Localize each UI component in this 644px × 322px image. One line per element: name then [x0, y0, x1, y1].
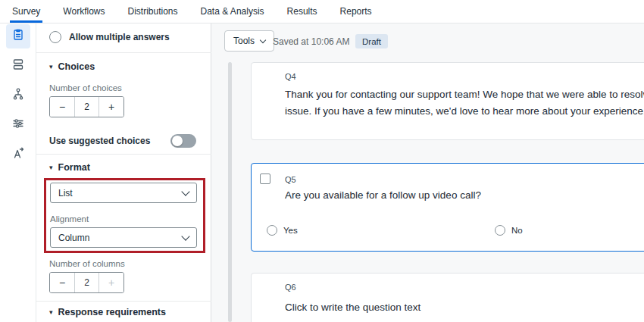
number-of-columns-label: Number of columns	[49, 259, 125, 268]
icon-rail	[0, 23, 36, 322]
translations-icon	[11, 146, 25, 163]
number-of-choices-label: Number of choices	[49, 83, 122, 92]
format-section-title: Format	[58, 162, 90, 173]
tools-button[interactable]: Tools	[224, 30, 274, 52]
question-id-label: Q4	[285, 72, 296, 81]
answer-option-no: No	[495, 225, 523, 236]
question-select-checkbox[interactable]	[260, 174, 270, 184]
chevron-down-icon	[181, 232, 189, 240]
increase-columns-button[interactable]: +	[99, 273, 123, 292]
radio-option-yes[interactable]	[267, 225, 277, 236]
tools-button-label: Tools	[233, 36, 255, 46]
tab-data-analysis[interactable]: Data & Analysis	[201, 0, 264, 23]
question-text[interactable]: Are you available for a follow up video …	[285, 189, 481, 201]
survey-options-icon	[11, 117, 25, 133]
choices-section-title: Choices	[58, 61, 95, 72]
rail-item-survey-flow[interactable]	[6, 83, 30, 108]
chevron-down-icon	[181, 187, 189, 195]
question-text[interactable]: Click to write the question text	[285, 302, 420, 313]
option-label-no: No	[511, 226, 523, 235]
tab-workflows[interactable]: Workflows	[63, 0, 105, 23]
use-suggested-choices-row: Use suggested choices	[49, 134, 199, 148]
chevron-down-icon	[260, 37, 266, 43]
number-of-columns-value: 2	[74, 273, 99, 292]
format-dropdown[interactable]: List	[50, 183, 197, 203]
rail-item-survey-builder[interactable]	[6, 24, 30, 48]
answer-option-yes: Yes	[267, 225, 298, 236]
radio-option-no[interactable]	[495, 225, 505, 236]
choices-section-header[interactable]: ▾ Choices	[49, 61, 95, 72]
rail-item-translations[interactable]	[6, 142, 30, 167]
option-label-yes: Yes	[283, 226, 298, 235]
tab-reports[interactable]: Reports	[340, 0, 372, 23]
tab-distributions[interactable]: Distributions	[127, 0, 177, 23]
increase-choices-button[interactable]: +	[99, 97, 123, 117]
tab-survey[interactable]: Survey	[12, 0, 40, 23]
alignment-dropdown[interactable]: Column	[50, 227, 197, 248]
save-status: Saved at 10:06 AM	[273, 36, 349, 47]
divider	[36, 301, 211, 302]
question-text-line[interactable]: Thank you for contacting our support tea…	[285, 89, 644, 100]
decrease-columns-button[interactable]: −	[50, 273, 74, 292]
number-of-columns-stepper: − 2 +	[49, 272, 124, 293]
question-card-q6[interactable]: Q6 Click to write the question text	[251, 273, 644, 322]
question-card-q5[interactable]: Q5 Are you available for a follow up vid…	[251, 163, 644, 252]
top-nav: Survey Workflows Distributions Data & An…	[0, 0, 644, 23]
caret-down-icon: ▾	[49, 64, 53, 70]
divider	[36, 52, 211, 53]
vertical-scrollbar[interactable]	[228, 62, 232, 322]
use-suggested-choices-toggle[interactable]	[170, 134, 196, 148]
use-suggested-choices-label: Use suggested choices	[49, 136, 150, 146]
question-card-q4[interactable]: Q4 Thank you for contacting our support …	[251, 62, 644, 140]
number-of-choices-value: 2	[74, 97, 99, 117]
caret-down-icon: ▾	[49, 164, 53, 171]
caret-down-icon: ▾	[49, 309, 53, 316]
allow-multiple-answers-radio[interactable]	[49, 31, 61, 43]
number-of-choices-stepper: − 2 +	[49, 96, 124, 117]
format-dropdown-value: List	[58, 188, 73, 199]
toggle-knob	[172, 136, 183, 146]
app-root: Survey Workflows Distributions Data & An…	[0, 0, 644, 322]
tab-results[interactable]: Results	[287, 0, 317, 23]
survey-builder-icon	[11, 28, 25, 45]
question-id-label: Q5	[285, 175, 296, 184]
question-text-line[interactable]: issue. If you have a few minutes, we'd l…	[285, 105, 644, 117]
question-id-label: Q6	[285, 283, 296, 292]
format-section-header[interactable]: ▾ Format	[49, 162, 90, 173]
allow-multiple-answers-row: Allow multiple answers	[49, 30, 170, 44]
alignment-dropdown-value: Column	[58, 233, 89, 243]
survey-flow-icon	[11, 87, 25, 104]
allow-multiple-answers-label: Allow multiple answers	[69, 32, 170, 42]
divider	[36, 154, 211, 155]
blocks-icon	[11, 58, 25, 74]
draft-badge: Draft	[355, 34, 388, 48]
rail-item-survey-options[interactable]	[6, 113, 30, 137]
survey-canvas: Tools Saved at 10:06 AM Draft Q4 Thank y…	[211, 23, 644, 322]
response-requirements-title: Response requirements	[58, 307, 166, 317]
decrease-choices-button[interactable]: −	[50, 97, 74, 117]
alignment-label: Alignment	[50, 214, 89, 224]
response-requirements-section-header[interactable]: ▾ Response requirements	[49, 307, 166, 317]
question-settings-panel: Allow multiple answers ▾ Choices Number …	[36, 23, 211, 322]
rail-item-blocks[interactable]	[6, 54, 30, 78]
